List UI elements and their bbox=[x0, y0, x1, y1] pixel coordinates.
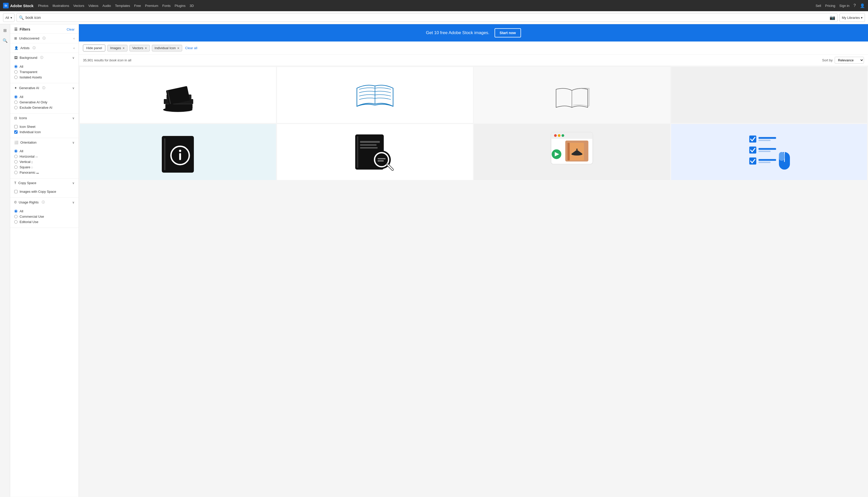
clear-all-button[interactable]: Clear all bbox=[185, 46, 197, 50]
layers-icon-button[interactable]: ⊞ bbox=[1, 26, 9, 34]
gen-ai-all-radio[interactable] bbox=[14, 95, 17, 99]
usage-all-radio[interactable] bbox=[14, 210, 17, 213]
nav-audio[interactable]: Audio bbox=[103, 4, 111, 8]
image-cell-empty-1[interactable] bbox=[671, 67, 867, 123]
usage-rights-header[interactable]: © Usage Rights ⓘ ∨ bbox=[10, 198, 78, 207]
background-isolated-radio[interactable] bbox=[14, 76, 17, 79]
nav-videos[interactable]: Videos bbox=[88, 4, 99, 8]
sort-select[interactable]: Relevance Most Recent Most Popular bbox=[835, 57, 864, 63]
logo[interactable]: St Adobe Stock bbox=[3, 3, 33, 9]
orientation-all-radio[interactable] bbox=[14, 150, 17, 153]
background-transparent-radio[interactable] bbox=[14, 70, 17, 74]
nav-sell[interactable]: Sell bbox=[815, 4, 821, 8]
image-cell-5[interactable] bbox=[277, 124, 473, 180]
svg-rect-48 bbox=[779, 152, 784, 161]
background-transparent-option[interactable]: Transparent bbox=[14, 69, 75, 75]
gen-ai-only-radio[interactable] bbox=[14, 101, 17, 104]
clear-filters-button[interactable]: Clear bbox=[67, 28, 75, 31]
image-cell-4[interactable] bbox=[80, 124, 276, 180]
nav-plugins[interactable]: Plugins bbox=[175, 4, 186, 8]
search-magnifier-icon: 🔍 bbox=[19, 15, 24, 20]
nav-templates[interactable]: Templates bbox=[115, 4, 130, 8]
background-isolated-option[interactable]: Isolated Assets bbox=[14, 75, 75, 80]
visual-search-icon[interactable]: 📷 bbox=[829, 15, 835, 20]
nav-pricing[interactable]: Pricing bbox=[825, 4, 836, 8]
svg-point-27 bbox=[558, 134, 560, 137]
search-type-dropdown[interactable]: All ▾ bbox=[3, 13, 15, 22]
svg-rect-11 bbox=[179, 153, 181, 160]
gen-ai-exclude-option[interactable]: Exclude Generative AI bbox=[14, 105, 75, 110]
orientation-square-option[interactable]: Square □ bbox=[14, 165, 75, 170]
orientation-panoramic-radio[interactable] bbox=[14, 171, 17, 174]
nav-vectors[interactable]: Vectors bbox=[73, 4, 84, 8]
hide-panel-button[interactable]: Hide panel bbox=[83, 45, 105, 52]
undiscovered-info-icon[interactable]: ⓘ bbox=[43, 36, 46, 41]
orientation-horizontal-option[interactable]: Horizontal ▭ bbox=[14, 154, 75, 159]
nav-sign-in[interactable]: Sign in bbox=[839, 4, 850, 8]
orientation-chevron-icon: ∨ bbox=[72, 141, 75, 144]
image-cell-7[interactable] bbox=[671, 124, 867, 180]
usage-editorial-radio[interactable] bbox=[14, 220, 17, 224]
nav-illustrations[interactable]: Illustrations bbox=[53, 4, 69, 8]
usage-commercial-radio[interactable] bbox=[14, 215, 17, 218]
icon-sheet-checkbox[interactable] bbox=[14, 125, 17, 128]
nav-free[interactable]: Free bbox=[134, 4, 141, 8]
chip-vectors-remove-button[interactable]: × bbox=[145, 46, 147, 50]
background-header[interactable]: 🖼 Background ⓘ ∨ bbox=[10, 53, 78, 62]
main-layout: ⊞ 🔍 ☰ Filters Clear ⊞ Undiscovered ⓘ ‹ bbox=[0, 24, 868, 497]
artists-header[interactable]: 👤 Artists ⓘ ‹ bbox=[10, 43, 78, 53]
gen-ai-exclude-radio[interactable] bbox=[14, 106, 17, 109]
copy-space-chevron-icon: ∨ bbox=[72, 181, 75, 185]
orientation-vertical-option[interactable]: Vertical ▯ bbox=[14, 159, 75, 165]
undiscovered-header[interactable]: ⊞ Undiscovered ⓘ ‹ bbox=[10, 33, 78, 43]
undiscovered-section: ⊞ Undiscovered ⓘ ‹ bbox=[10, 33, 78, 43]
generative-ai-info-icon[interactable]: ⓘ bbox=[42, 86, 45, 90]
search-input[interactable] bbox=[26, 16, 829, 19]
orientation-panoramic-option[interactable]: Panoramic ▬ bbox=[14, 170, 75, 175]
orientation-vertical-radio[interactable] bbox=[14, 160, 17, 164]
images-copy-space-checkbox[interactable] bbox=[14, 190, 17, 193]
individual-icon-checkbox[interactable] bbox=[14, 130, 17, 134]
copy-space-header[interactable]: T Copy Space ∨ bbox=[10, 179, 78, 187]
usage-commercial-option[interactable]: Commercial Use bbox=[14, 214, 75, 219]
images-copy-space-option[interactable]: Images with Copy Space bbox=[14, 189, 75, 194]
orientation-all-option[interactable]: All bbox=[14, 148, 75, 154]
nav-premium[interactable]: Premium bbox=[145, 4, 158, 8]
orientation-horizontal-radio[interactable] bbox=[14, 155, 17, 158]
orientation-square-radio[interactable] bbox=[14, 166, 17, 169]
svg-point-28 bbox=[562, 134, 564, 137]
background-all-option[interactable]: All bbox=[14, 64, 75, 69]
usage-all-option[interactable]: All bbox=[14, 209, 75, 214]
chip-individual-icon-remove-button[interactable]: × bbox=[177, 46, 179, 50]
artists-info-icon[interactable]: ⓘ bbox=[32, 46, 35, 50]
icon-sheet-option[interactable]: Icon Sheet bbox=[14, 124, 75, 129]
help-icon[interactable]: ? bbox=[853, 3, 856, 8]
image-cell-1[interactable] bbox=[80, 67, 276, 123]
start-now-button[interactable]: Start now bbox=[495, 28, 521, 38]
chip-images-remove-button[interactable]: × bbox=[123, 46, 124, 50]
image-cell-2[interactable] bbox=[277, 67, 473, 123]
image-preview-4 bbox=[80, 124, 276, 180]
background-all-radio[interactable] bbox=[14, 65, 17, 68]
search-side-icon-button[interactable]: 🔍 bbox=[1, 37, 9, 45]
image-cell-3[interactable] bbox=[474, 67, 670, 123]
nav-fonts[interactable]: Fonts bbox=[162, 4, 171, 8]
gen-ai-all-option[interactable]: All bbox=[14, 94, 75, 100]
orientation-header[interactable]: ⬜ Orientation ∨ bbox=[10, 138, 78, 147]
background-info-icon[interactable]: ⓘ bbox=[40, 56, 43, 60]
background-label: Background bbox=[19, 56, 37, 60]
image-preview-5 bbox=[277, 124, 473, 180]
individual-icon-option[interactable]: Individual Icon bbox=[14, 129, 75, 135]
libraries-chevron-icon: ▾ bbox=[861, 16, 863, 19]
search-input-wrap: 🔍 📷 bbox=[16, 13, 837, 22]
icons-header[interactable]: ⊡ Icons ∨ bbox=[10, 114, 78, 123]
nav-3d[interactable]: 3D bbox=[190, 4, 194, 8]
nav-photos[interactable]: Photos bbox=[38, 4, 48, 8]
generative-ai-header[interactable]: ✦ Generative AI ⓘ ∨ bbox=[10, 83, 78, 93]
gen-ai-only-option[interactable]: Generative AI Only bbox=[14, 100, 75, 105]
image-cell-6[interactable] bbox=[474, 124, 670, 180]
usage-rights-info-icon[interactable]: ⓘ bbox=[42, 200, 45, 204]
my-libraries-button[interactable]: My Libraries ▾ bbox=[839, 13, 865, 22]
profile-icon[interactable]: 👤 bbox=[860, 3, 865, 8]
usage-editorial-option[interactable]: Editorial Use bbox=[14, 219, 75, 225]
